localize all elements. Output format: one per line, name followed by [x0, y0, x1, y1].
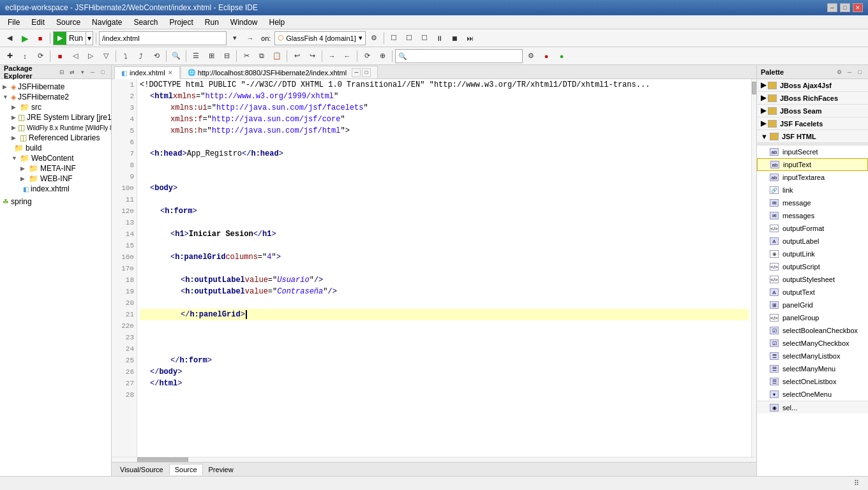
tb2-btn-18[interactable]: ↪: [305, 49, 319, 63]
palette-item-message[interactable]: ✉ message: [757, 197, 868, 209]
tab-index-xhtml[interactable]: ◧ index.xhtml ✕: [114, 66, 180, 79]
menu-item-file[interactable]: File: [3, 17, 25, 28]
tree-item-reflibs[interactable]: ▶ ◫ Referenced Libraries: [0, 133, 111, 143]
palette-item-outputStylesheet[interactable]: </> outputStylesheet: [757, 273, 868, 286]
menu-item-help[interactable]: Help: [264, 17, 290, 28]
tb2-btn-20[interactable]: ←: [340, 49, 354, 63]
tb2-btn-5[interactable]: ◁: [68, 49, 82, 63]
run-arrow[interactable]: ▾: [86, 32, 93, 45]
palette-group-ajax4jsf[interactable]: ▶ JBoss Ajax4Jsf: [757, 79, 868, 92]
url-bar[interactable]: [99, 31, 227, 45]
toolbar-btn-4[interactable]: ⏸: [433, 31, 447, 45]
palette-group-richfaces[interactable]: ▶ JBoss RichFaces: [757, 92, 868, 105]
palette-item-outputScript[interactable]: </> outputScript: [757, 260, 868, 273]
code-lines[interactable]: <!DOCTYPE html PUBLIC "-//W3C//DTD XHTML…: [137, 79, 751, 457]
palette-item-inputTextarea[interactable]: ab inputTextarea: [757, 171, 868, 184]
palette-item-inputText[interactable]: ab inputText: [757, 158, 868, 171]
tb2-btn-21[interactable]: ⟳: [360, 49, 374, 63]
code-editor[interactable]: 1 2 3 4 5 6 7 8 9 10⊖ 11 12⊖ 13 14 15 16…: [112, 79, 756, 462]
palette-group-seam[interactable]: ▶ JBoss Seam: [757, 105, 868, 117]
forward-button[interactable]: ▶: [18, 31, 32, 45]
tb2-btn-15[interactable]: ⧉: [255, 49, 269, 63]
url-go-btn[interactable]: →: [243, 31, 257, 45]
tree-item-jsfhibernate2[interactable]: ▼ ◈ JSFHibernate2: [0, 92, 111, 102]
tb2-btn-16[interactable]: 📋: [270, 49, 284, 63]
palette-item-outputLabel[interactable]: A outputLabel: [757, 235, 868, 248]
url-input[interactable]: [100, 34, 226, 42]
tb2-btn-8[interactable]: ⤵: [119, 49, 133, 63]
palette-item-inputSecret[interactable]: ab inputSecret: [757, 145, 868, 158]
palette-item-messages[interactable]: ✉ messages: [757, 209, 868, 222]
tree-item-wildfly[interactable]: ▶ ◫ WildFly 8.x Runtime [WildFly 8.x Run…: [0, 122, 111, 133]
toolbar-btn-1[interactable]: ☐: [387, 31, 401, 45]
tree-item-indexxhtml[interactable]: ◧ index.xhtml: [0, 184, 111, 194]
tab-source[interactable]: Source: [169, 464, 203, 475]
palette-item-selectManyMenu[interactable]: ☰ selectManyMenu: [757, 362, 868, 375]
scrollbar-thumb[interactable]: [752, 82, 756, 94]
tree-item-spring[interactable]: ☘ spring: [0, 197, 111, 207]
tab-maximize-browser[interactable]: □: [362, 68, 371, 77]
menu-item-navigate[interactable]: Navigate: [87, 17, 127, 28]
palette-item-selectManyCheckbox[interactable]: ☑ selectManyCheckbox: [757, 337, 868, 350]
tb2-btn-9[interactable]: ⤴: [134, 49, 148, 63]
tab-preview[interactable]: Preview: [203, 464, 239, 475]
tb2-btn-6[interactable]: ▷: [84, 49, 98, 63]
url-dropdown-btn[interactable]: ▾: [228, 31, 242, 45]
palette-item-selectOneMenu[interactable]: ▾ selectOneMenu: [757, 388, 868, 401]
tb2-btn-22[interactable]: ⊕: [375, 49, 389, 63]
toolbar-btn-6[interactable]: ⏭: [463, 31, 477, 45]
tree-item-jre[interactable]: ▶ ◫ JRE System Library [jre1.8.0_251]: [0, 112, 111, 122]
tb2-btn-14[interactable]: ✂: [239, 49, 253, 63]
palette-item-selectManyListbox[interactable]: ☰ selectManyListbox: [757, 350, 868, 362]
palette-item-panelGrid[interactable]: ⊞ panelGrid: [757, 299, 868, 311]
menu-item-search[interactable]: Search: [128, 17, 163, 28]
palette-item-link[interactable]: 🔗 link: [757, 184, 868, 197]
palette-item-outputFormat[interactable]: </> outputFormat: [757, 222, 868, 235]
menu-item-window[interactable]: Window: [225, 17, 263, 28]
window-controls[interactable]: ─ □ ✕: [827, 3, 863, 12]
tab-visual-source[interactable]: Visual/Source: [114, 464, 169, 475]
palette-item-selectOneListbox[interactable]: ☰ selectOneListbox: [757, 375, 868, 388]
palette-settings-btn[interactable]: ⚙: [835, 68, 844, 77]
tb2-btn-7[interactable]: ▽: [99, 49, 113, 63]
search-bar[interactable]: [395, 49, 523, 63]
tb2-btn-13[interactable]: ⊟: [220, 49, 234, 63]
tree-item-metainf[interactable]: ▶ 📁 META-INF: [0, 163, 111, 174]
tab-close-xhtml[interactable]: ✕: [168, 70, 173, 76]
run-dropdown[interactable]: ▶ Run ▾: [53, 31, 93, 45]
toolbar-btn-5[interactable]: ⏹: [448, 31, 462, 45]
tab-browser[interactable]: 🌐 http://localhost:8080/JSFHibernate2/in…: [181, 66, 378, 78]
maximize-button[interactable]: □: [840, 3, 850, 12]
menu-item-source[interactable]: Source: [51, 17, 86, 28]
tb2-btn-2[interactable]: ↕: [18, 49, 32, 63]
view-menu-btn[interactable]: ▾: [78, 68, 87, 77]
palette-group-facelets[interactable]: ▶ JSF Facelets: [757, 117, 868, 130]
tb2-btn-10[interactable]: ⟲: [149, 49, 163, 63]
menu-item-edit[interactable]: Edit: [26, 17, 50, 28]
tree-item-jsfhibernate[interactable]: ▶ ◈ JSFHibernate: [0, 82, 111, 92]
horizontal-scrollbar[interactable]: [112, 457, 756, 462]
tb2-btn-12[interactable]: ⊞: [204, 49, 218, 63]
package-explorer-controls[interactable]: ⊟ ⇄ ▾ ─ □: [57, 68, 107, 77]
tree-item-src[interactable]: ▶ 📁 src: [0, 102, 111, 112]
palette-item-selectBooleanCheckbox[interactable]: ☑ selectBooleanCheckbox: [757, 324, 868, 337]
palette-item-selectOneRadio[interactable]: ◉ sel...: [757, 401, 868, 413]
tree-item-webinf[interactable]: ▶ 📁 WEB-INF: [0, 174, 111, 184]
tree-item-build[interactable]: 📁 build: [0, 143, 111, 153]
palette-item-outputText[interactable]: A outputText: [757, 286, 868, 299]
tb2-search[interactable]: 🔍: [169, 49, 183, 63]
palette-controls[interactable]: ⚙ ─ □: [835, 68, 864, 77]
search-input[interactable]: [396, 52, 522, 60]
toolbar-btn-3[interactable]: ☐: [417, 31, 431, 45]
menu-item-project[interactable]: Project: [164, 17, 198, 28]
tb2-btn-23[interactable]: ⚙: [524, 49, 538, 63]
minimize-button[interactable]: ─: [827, 3, 837, 12]
tb2-btn-24[interactable]: ●: [539, 49, 553, 63]
maximize-panel-btn[interactable]: □: [98, 68, 107, 77]
palette-item-outputLink[interactable]: ⊕ outputLink: [757, 248, 868, 260]
server-settings-btn[interactable]: ⚙: [367, 31, 381, 45]
server-dropdown[interactable]: ⬡ GlassFish 4 [domain1] ▾: [274, 31, 365, 45]
tb2-btn-19[interactable]: →: [325, 49, 339, 63]
palette-group-jsfhtml[interactable]: ▼ JSF HTML: [757, 130, 868, 143]
close-button[interactable]: ✕: [853, 3, 863, 12]
